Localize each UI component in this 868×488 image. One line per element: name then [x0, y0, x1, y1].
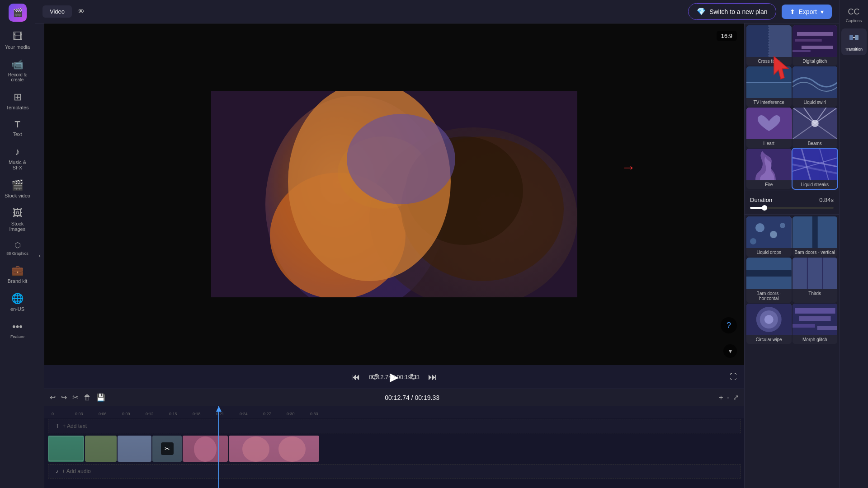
- transition-beams-thumb: [793, 108, 838, 139]
- undo-button[interactable]: ↩: [50, 393, 56, 402]
- sidebar-item-stock-images[interactable]: 🖼 Stock images: [2, 204, 33, 235]
- transition-beams[interactable]: Beams: [793, 108, 838, 148]
- video-clip-2[interactable]: [85, 436, 117, 462]
- redo-button[interactable]: ↪: [61, 393, 67, 402]
- video-clip-1[interactable]: [48, 436, 84, 462]
- sidebar-item-stock-video[interactable]: 🎬 Stock video: [2, 176, 33, 202]
- gem-icon: 💎: [697, 7, 706, 16]
- audio-track[interactable]: ♪ + Add audio: [48, 464, 741, 479]
- fullscreen-button[interactable]: ⛶: [730, 373, 737, 381]
- video-tab[interactable]: Video: [42, 5, 72, 18]
- sidebar-item-more[interactable]: ••• Feature: [2, 317, 33, 343]
- svg-rect-54: [746, 276, 792, 289]
- transitions-panel: Cross fade Digital glitch: [744, 23, 839, 488]
- your-media-icon: 🎞: [13, 31, 23, 42]
- video-clip-4[interactable]: ✂: [152, 436, 182, 462]
- transition-heart-thumb: [746, 108, 792, 139]
- transition-heart-label: Heart: [746, 139, 792, 148]
- sidebar-item-en-us[interactable]: 🌐 en-US: [2, 289, 33, 315]
- svg-rect-50: [817, 216, 837, 248]
- transition-barn-doors-vertical[interactable]: Barn doors - vertical: [793, 216, 838, 257]
- help-button[interactable]: ?: [721, 317, 737, 333]
- transition-circular-wipe-thumb: [746, 304, 792, 335]
- svg-rect-11: [118, 436, 151, 462]
- duration-slider[interactable]: [750, 207, 834, 209]
- timeline-toolbar: ↩ ↪ ✂ 🗑 💾 00:12.74 / 00:19.33 + - ⤢: [44, 389, 744, 406]
- transition-heart[interactable]: Heart: [746, 108, 792, 148]
- sidebar-item-graphics[interactable]: ⬡ 88 Graphics: [2, 237, 33, 259]
- svg-point-63: [764, 315, 774, 324]
- svg-rect-24: [794, 39, 821, 42]
- video-frame: 16:9 ? ▾ →: [44, 23, 744, 365]
- cut-button[interactable]: ✂: [72, 393, 78, 402]
- delete-button[interactable]: 🗑: [84, 394, 91, 402]
- save-button[interactable]: 💾: [96, 393, 105, 402]
- svg-rect-19: [746, 25, 769, 57]
- transition-morph-glitch-label: Morph glitch: [793, 335, 838, 344]
- svg-rect-0: [211, 91, 577, 297]
- transition-liquid-swirl[interactable]: Liquid swirl: [793, 66, 838, 107]
- panel-toggle-button[interactable]: ▾: [723, 344, 737, 358]
- topbar-icon-settings[interactable]: 👁: [77, 8, 85, 16]
- video-preview-area: 16:9 ? ▾ → ⏮ ↺ ▶ ↻ ⏭ 00:12.74 / 00:19.33: [44, 23, 744, 389]
- audio-track-icon: ♪: [56, 468, 58, 474]
- svg-rect-15: [229, 436, 319, 462]
- transition-barn-doors-horizontal-thumb: [746, 258, 792, 289]
- transition-barn-doors-horizontal[interactable]: Barn doors - horizontal: [746, 258, 792, 303]
- panel-collapse-arrow[interactable]: ‹: [35, 23, 44, 488]
- topbar: Video 👁 💎 Switch to a new plan ⬆ Export …: [35, 0, 839, 23]
- stock-images-icon: 🖼: [13, 207, 23, 219]
- sidebar-item-record-create[interactable]: 📹 Record &create: [2, 55, 33, 86]
- text-track-icon: T: [56, 423, 59, 429]
- export-button[interactable]: ⬆ Export ▾: [782, 5, 832, 19]
- sidebar-item-your-media[interactable]: 🎞 Your media: [2, 27, 33, 53]
- svg-rect-55: [746, 270, 792, 277]
- more-icon: •••: [12, 321, 23, 333]
- transition-circular-wipe[interactable]: Circular wipe: [746, 304, 792, 344]
- switch-plan-button[interactable]: 💎 Switch to a new plan: [688, 3, 776, 20]
- svg-point-45: [770, 231, 777, 238]
- svg-rect-66: [799, 316, 830, 321]
- video-clip-3[interactable]: [118, 436, 151, 462]
- sidebar-item-music-sfx[interactable]: ♪ Music & SFX: [2, 142, 33, 174]
- video-clip-5[interactable]: [183, 436, 228, 462]
- transition-liquid-drops[interactable]: Liquid drops: [746, 216, 792, 257]
- transition-cross-fade[interactable]: Cross fade: [746, 25, 792, 66]
- svg-rect-70: [855, 35, 859, 40]
- sidebar-item-text[interactable]: T Text: [2, 116, 33, 141]
- svg-rect-51: [812, 216, 817, 248]
- transition-liquid-drops-thumb: [746, 216, 792, 248]
- text-track[interactable]: T + Add text: [48, 419, 741, 433]
- sidebar-item-brand-kit[interactable]: 💼 Brand kit: [2, 261, 33, 287]
- sidebar-item-templates[interactable]: ⊞ Templates: [2, 88, 33, 114]
- video-clip-6[interactable]: [229, 436, 319, 462]
- svg-point-16: [242, 436, 269, 462]
- graphics-icon: ⬡: [14, 241, 21, 249]
- transition-morph-glitch[interactable]: Morph glitch: [793, 304, 838, 344]
- transition-thirds[interactable]: Thirds: [793, 258, 838, 303]
- fit-timeline-button[interactable]: ⤢: [733, 393, 739, 402]
- zoom-in-button[interactable]: +: [719, 394, 723, 402]
- skip-to-start-button[interactable]: ⏮: [351, 372, 360, 382]
- video-content: [211, 91, 577, 297]
- skip-to-end-button[interactable]: ⏭: [428, 372, 437, 382]
- rs-item-captions[interactable]: CC Captions: [841, 4, 867, 27]
- transition-cross-fade-label: Cross fade: [746, 57, 792, 66]
- transition-digital-glitch[interactable]: Digital glitch: [793, 25, 838, 66]
- transition-tv-interference[interactable]: TV interference: [746, 66, 792, 107]
- timecode-display: 00:12.74 / 00:19.33: [369, 374, 420, 380]
- svg-rect-69: [849, 35, 853, 40]
- video-track: ✂: [48, 434, 741, 463]
- duration-row: Duration 0.84s: [750, 197, 834, 203]
- duration-label: Duration: [750, 197, 772, 203]
- playhead[interactable]: [218, 406, 219, 488]
- export-icon: ⬆: [790, 8, 795, 15]
- transition-liquid-streaks[interactable]: Liquid streaks: [793, 149, 838, 189]
- svg-rect-57: [793, 258, 807, 289]
- chevron-left-icon: ‹: [39, 253, 41, 259]
- zoom-out-button[interactable]: -: [727, 394, 729, 402]
- rs-item-transition[interactable]: Transition: [841, 28, 867, 55]
- svg-point-6: [401, 136, 564, 281]
- transition-fire[interactable]: Fire: [746, 149, 792, 189]
- timeline-zoom-controls: + - ⤢: [719, 393, 739, 402]
